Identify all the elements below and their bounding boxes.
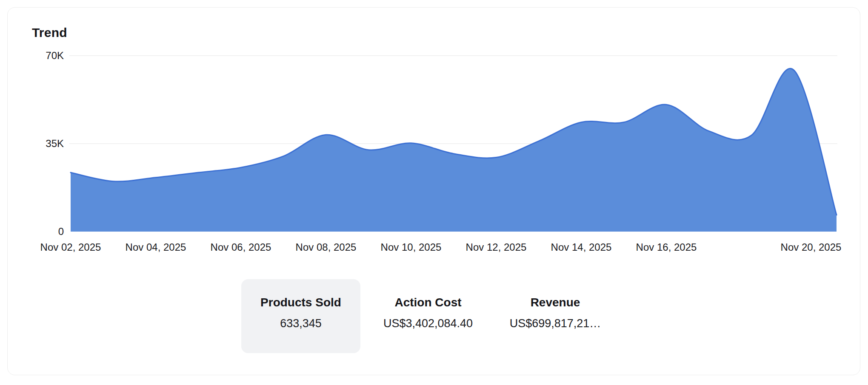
metric-value: US$3,402,084.40 xyxy=(368,316,488,331)
x-axis-label: Nov 06, 2025 xyxy=(211,241,271,254)
x-axis-label: Nov 20, 2025 xyxy=(781,241,842,254)
y-axis-tick-70k: 70K xyxy=(17,49,64,62)
metric-label: Products Sold xyxy=(241,296,360,309)
x-axis-label: Nov 16, 2025 xyxy=(636,241,697,254)
x-axis-label: Nov 12, 2025 xyxy=(466,241,527,254)
x-axis-label: Nov 14, 2025 xyxy=(551,241,612,254)
x-axis-label: Nov 08, 2025 xyxy=(296,241,357,254)
trend-card: Trend 70K 35K 0 Nov 02, 2025 Nov 04, 202… xyxy=(7,7,860,375)
metric-label: Action Cost xyxy=(368,296,488,309)
metric-action-cost[interactable]: Action Cost US$3,402,084.40 xyxy=(368,279,488,353)
x-axis-label: Nov 02, 2025 xyxy=(40,241,101,254)
metric-revenue[interactable]: Revenue US$699,817,21… xyxy=(496,279,615,353)
x-axis-label: Nov 10, 2025 xyxy=(381,241,442,254)
metric-value: US$699,817,21… xyxy=(496,316,615,331)
area-series-fill xyxy=(71,68,837,232)
metric-selector: Products Sold 633,345 Action Cost US$3,4… xyxy=(241,279,615,353)
metric-label: Revenue xyxy=(496,296,615,309)
y-axis-tick-0: 0 xyxy=(17,225,64,238)
metric-products-sold[interactable]: Products Sold 633,345 xyxy=(241,279,360,353)
chart-gridlines xyxy=(69,56,837,144)
x-axis-label: Nov 04, 2025 xyxy=(126,241,186,254)
y-axis-tick-35k: 35K xyxy=(17,137,64,150)
metric-value: 633,345 xyxy=(241,316,360,331)
